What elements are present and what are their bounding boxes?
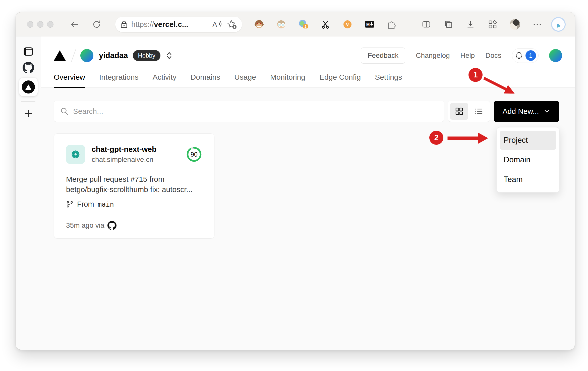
toolbar-divider [409, 20, 409, 29]
back-button[interactable] [69, 19, 80, 30]
dropdown-item-project[interactable]: Project [500, 131, 556, 150]
chevron-up-down-icon [166, 51, 172, 60]
add-new-dropdown: Project Domain Team [496, 127, 560, 193]
split-screen-button[interactable] [421, 19, 431, 29]
grid-view-icon [455, 107, 464, 116]
browser-vertical-tabs [16, 36, 41, 350]
back-arrow-icon [70, 20, 79, 29]
puzzle-extension-icon[interactable] [387, 19, 397, 29]
dashboard-tabs: Overview Integrations Activity Domains U… [54, 68, 562, 88]
read-aloud-icon[interactable]: A [212, 20, 222, 29]
grid-view-button[interactable] [450, 103, 468, 120]
bing-chat-button[interactable] [551, 17, 566, 32]
new-tab-button[interactable] [19, 106, 38, 122]
vercel-page: yidadaa Hobby Feedback Changelog Help Do… [41, 36, 575, 350]
team-name[interactable]: yidadaa [99, 51, 128, 60]
zoom-window-button[interactable] [47, 21, 53, 28]
git-branch-icon [66, 200, 74, 208]
commit-line-2: betgo/bugfix-scrollthumb fix: autoscr... [66, 184, 202, 195]
toggle-sidebar-pane-button[interactable] [19, 43, 38, 60]
vercel-favicon [22, 80, 35, 94]
project-domain[interactable]: chat.simplenaive.cn [92, 156, 156, 164]
url-scheme: https:// [131, 20, 154, 28]
add-favorite-icon[interactable] [226, 19, 237, 29]
apps-button[interactable] [488, 19, 498, 29]
score-value: 90 [186, 146, 202, 162]
help-link[interactable]: Help [460, 52, 475, 60]
more-menu-button[interactable] [532, 19, 542, 29]
list-view-icon [474, 107, 483, 116]
deployment-meta: 35m ago via [66, 221, 202, 230]
tab-vercel-active[interactable] [19, 78, 38, 96]
chevron-down-icon [543, 108, 551, 115]
search-input[interactable] [73, 107, 438, 116]
scissors-extension-icon[interactable] [320, 19, 330, 29]
close-window-button[interactable] [27, 21, 33, 28]
commit-line-1: Merge pull request #715 from [66, 174, 202, 184]
add-new-label: Add New... [502, 107, 539, 116]
dashboard-header: yidadaa Hobby Feedback Changelog Help Do… [41, 36, 575, 88]
address-bar[interactable]: https://vercel.c... A [115, 17, 242, 32]
dropdown-item-team[interactable]: Team [500, 170, 556, 189]
user-avatar[interactable] [549, 49, 562, 62]
avatar-glasses-extension-icon[interactable] [276, 19, 286, 29]
tab-domains[interactable]: Domains [191, 68, 220, 88]
search-box[interactable] [54, 101, 444, 122]
markdown-icon-letter: M [366, 22, 370, 27]
tampermonkey-extension-icon[interactable] [254, 19, 264, 29]
tab-integrations[interactable]: Integrations [99, 68, 139, 88]
openai-logo-icon [69, 148, 82, 161]
vercel-logo[interactable] [54, 50, 66, 61]
video-extension-icon[interactable]: V [342, 19, 352, 29]
tab-activity[interactable]: Activity [153, 68, 177, 88]
score-ring[interactable]: 90 [186, 146, 202, 162]
arrow-2 [447, 133, 488, 144]
extensions-row: 2 V M [254, 19, 542, 30]
tab-github[interactable] [19, 60, 38, 76]
breadcrumb-slash [71, 49, 76, 62]
plan-badge: Hobby [133, 50, 160, 61]
video-icon-letter: V [345, 21, 349, 27]
branch-name: main [98, 200, 114, 208]
team-avatar[interactable] [80, 49, 93, 62]
feedback-button[interactable]: Feedback [361, 48, 405, 64]
notifications-button[interactable]: 1 [512, 48, 539, 63]
browser-profile-avatar[interactable] [510, 19, 520, 30]
view-toggle [448, 101, 490, 122]
sidebar-pane-icon [23, 46, 34, 57]
tab-monitoring[interactable]: Monitoring [270, 68, 305, 88]
changelog-link[interactable]: Changelog [416, 52, 450, 60]
team-switcher-button[interactable] [166, 51, 172, 60]
branch-prefix: From [77, 200, 94, 208]
refresh-icon [92, 20, 101, 29]
project-card[interactable]: chat-gpt-next-web chat.simplenaive.cn 90… [54, 133, 214, 239]
dropdown-item-domain[interactable]: Domain [500, 150, 556, 169]
downloads-button[interactable] [465, 19, 476, 29]
annotation-step-2: 2 [429, 131, 443, 145]
deployment-time: 35m ago via [66, 221, 104, 229]
minimize-window-button[interactable] [37, 21, 43, 28]
window-controls [27, 21, 53, 28]
browser-window: https://vercel.c... A 2 V M [16, 12, 575, 350]
collections-button[interactable] [443, 19, 453, 29]
tab-usage[interactable]: Usage [234, 68, 256, 88]
project-name[interactable]: chat-gpt-next-web [92, 145, 156, 154]
tab-settings[interactable]: Settings [375, 68, 402, 88]
github-icon [23, 62, 34, 73]
github-source-icon [107, 221, 116, 230]
add-new-button[interactable]: Add New... [494, 101, 559, 122]
search-icon [60, 107, 69, 116]
tab-manager-extension-icon[interactable]: 2 [298, 19, 308, 29]
refresh-button[interactable] [91, 19, 102, 30]
list-view-button[interactable] [470, 103, 488, 120]
latest-commit-message: Merge pull request #715 from betgo/bugfi… [66, 174, 202, 195]
docs-link[interactable]: Docs [485, 52, 501, 60]
markdown-download-extension-icon[interactable]: M [365, 19, 375, 29]
bell-icon [514, 51, 523, 60]
branch-row: From main [66, 200, 202, 208]
tab-edge-config[interactable]: Edge Config [319, 68, 361, 88]
url-text: https://vercel.c... [131, 20, 188, 29]
notification-count-badge: 1 [525, 50, 536, 61]
svg-text:A: A [212, 21, 217, 28]
tab-overview[interactable]: Overview [54, 68, 85, 88]
